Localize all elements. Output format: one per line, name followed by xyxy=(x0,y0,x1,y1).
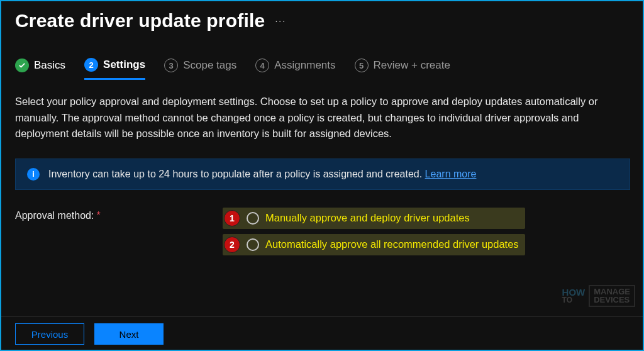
more-icon[interactable]: ··· xyxy=(275,16,286,26)
tab-label: Settings xyxy=(103,58,145,71)
check-icon xyxy=(15,58,29,72)
step-number-icon: 5 xyxy=(355,58,369,72)
wizard-tabs: Basics 2 Settings 3 Scope tags 4 Assignm… xyxy=(15,58,630,80)
tab-review-create[interactable]: 5 Review + create xyxy=(355,58,450,79)
settings-description: Select your policy approval and deployme… xyxy=(15,94,630,142)
watermark-text: HOW xyxy=(562,287,586,298)
tab-basics[interactable]: Basics xyxy=(15,58,65,79)
learn-more-link[interactable]: Learn more xyxy=(425,169,477,179)
approval-method-label: Approval method:* xyxy=(15,208,223,221)
wizard-footer: Previous Next xyxy=(1,316,643,350)
approval-option-automatic[interactable]: 2 Automatically approve all recommended … xyxy=(223,234,525,255)
radio-icon[interactable] xyxy=(247,212,259,225)
tab-label: Review + create xyxy=(374,59,450,72)
info-text: Inventory can take up to 24 hours to pop… xyxy=(48,169,476,180)
tab-scope-tags[interactable]: 3 Scope tags xyxy=(164,58,236,79)
step-number-icon: 4 xyxy=(255,58,269,72)
previous-button[interactable]: Previous xyxy=(15,323,84,345)
watermark-text: TO xyxy=(562,297,586,304)
watermark-text: DEVICES xyxy=(594,296,630,304)
info-message: Inventory can take up to 24 hours to pop… xyxy=(48,169,425,179)
step-number-icon: 3 xyxy=(164,58,178,72)
tab-label: Scope tags xyxy=(183,59,236,72)
approval-option-manual[interactable]: 1 Manually approve and deploy driver upd… xyxy=(223,208,525,229)
tab-label: Basics xyxy=(34,59,65,72)
next-button[interactable]: Next xyxy=(94,323,164,345)
page-title: Create driver update profile xyxy=(15,10,265,31)
info-icon: i xyxy=(27,168,40,181)
callout-badge: 1 xyxy=(224,210,240,226)
tab-label: Assignments xyxy=(274,59,335,72)
info-banner: i Inventory can take up to 24 hours to p… xyxy=(15,159,630,190)
step-number-icon: 2 xyxy=(84,58,98,72)
tab-assignments[interactable]: 4 Assignments xyxy=(255,58,335,79)
callout-badge: 2 xyxy=(224,237,240,253)
option-label: Manually approve and deploy driver updat… xyxy=(265,212,470,224)
radio-icon[interactable] xyxy=(247,238,259,251)
field-label-text: Approval method: xyxy=(15,210,94,221)
watermark: HOW TO MANAGE DEVICES xyxy=(562,285,635,307)
tab-settings[interactable]: 2 Settings xyxy=(84,58,145,80)
option-label: Automatically approve all recommended dr… xyxy=(265,238,519,250)
watermark-text: MANAGE xyxy=(594,287,630,296)
required-indicator: * xyxy=(96,210,100,221)
